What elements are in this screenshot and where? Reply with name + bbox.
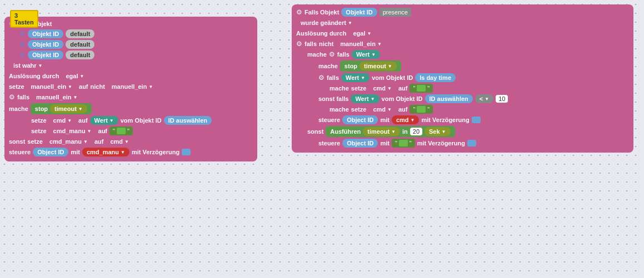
cmd-val[interactable]: cmd: [106, 137, 133, 146]
object-id-left: Object ID: [33, 148, 68, 156]
timeout-label[interactable]: timeout: [50, 104, 87, 113]
falls-label: falls: [17, 94, 29, 100]
sonst-falls-row: sonst falls Wert vom Objekt ID ID auswäh…: [318, 94, 629, 103]
q-open2: ": [413, 85, 415, 92]
id-auswaehlen[interactable]: ID auswählen: [164, 116, 212, 125]
right-objekt-id-label: Objekt ID: [341, 8, 377, 17]
falls-nicht-label: falls: [304, 41, 317, 47]
objekt-id-label-3[interactable]: Objekt ID: [28, 50, 63, 59]
right-timeout-label[interactable]: timeout: [360, 62, 397, 70]
falls-row: ⚙ falls manuell_ein: [9, 93, 253, 102]
right-ausloesung-row: Auslösung durch egal: [296, 29, 629, 38]
right-stop-label: stop: [345, 63, 357, 69]
wurde-geaendert-row: wurde geändert: [296, 18, 629, 27]
sek-label[interactable]: Sek: [425, 127, 451, 136]
nicht-label: nicht: [91, 83, 105, 90]
manuell-ein-val[interactable]: manuell_ein: [336, 39, 386, 48]
vom-objekt-id-label: vom Objekt ID: [121, 117, 162, 124]
right-steuere-label: steuere: [318, 117, 340, 123]
ausloesung-label: Auslösung durch: [9, 73, 59, 79]
setze-val[interactable]: manuell_ein: [107, 82, 158, 91]
quote-close: ": [127, 128, 129, 134]
connector3: [20, 53, 24, 57]
mache3-row: mache setze cmd auf " ": [330, 84, 629, 93]
less-than[interactable]: <: [475, 94, 493, 103]
gear-icon-falls3: ⚙: [329, 50, 335, 58]
gear-icon-falls: ⚙: [9, 93, 15, 101]
right-header-row: ⚙ Falls Objekt Objekt ID presence: [296, 8, 629, 17]
mache3-label: mache: [330, 85, 349, 92]
mache-label: mache: [9, 105, 28, 112]
q-close3: ": [427, 106, 430, 113]
num-20[interactable]: 20: [410, 128, 422, 135]
string-inner4: [399, 140, 408, 146]
cmd-manu-var[interactable]: cmd_manu: [49, 127, 96, 135]
right-sonst-row: sonst Ausführen timeout in 20 Sek: [307, 126, 629, 137]
ausloesung-val[interactable]: egal: [61, 72, 88, 80]
cmd-manu-ctrl[interactable]: cmd_manu: [82, 148, 129, 156]
objekt-id-val-3[interactable]: default: [66, 50, 94, 59]
right-ausloesung-label: Auslösung durch: [296, 30, 346, 37]
falls-var[interactable]: manuell_ein: [32, 93, 82, 102]
setze2-label: setze: [31, 117, 47, 124]
setze-cmd-row: setze cmd auf Wert vom Objekt ID ID ausw…: [31, 116, 253, 125]
auf-label4: auf: [398, 106, 408, 113]
right-mit-label: mit: [380, 117, 390, 123]
num-10[interactable]: 10: [496, 95, 508, 103]
connector1: [20, 32, 24, 36]
setze-cmd-manu-row: setze cmd_manu auf " ": [31, 127, 253, 135]
ausloesung-row: Auslösung durch egal: [9, 72, 253, 80]
mache4-label: mache: [330, 106, 349, 113]
wert3-val[interactable]: Wert: [351, 94, 379, 103]
presence-tag[interactable]: presence: [380, 8, 411, 17]
setze-var[interactable]: manuell_ein: [27, 82, 77, 91]
left-header-row: ⚙ Falls Objekt: [9, 20, 253, 28]
stop-timeout-block[interactable]: stop timeout: [31, 103, 92, 114]
ist-wahr-block[interactable]: ist wahr: [9, 61, 47, 70]
right-object-id: Object ID: [342, 115, 378, 124]
wert-label[interactable]: Wert: [90, 116, 118, 125]
right-panel: ⚙ Falls Objekt Objekt ID presence wurde …: [292, 4, 633, 153]
mache-row: mache stop timeout: [9, 103, 253, 114]
cmd-ctrl[interactable]: cmd: [392, 115, 420, 124]
auf-label: auf: [79, 83, 88, 90]
q-close2: ": [427, 85, 430, 92]
string-inner3: [417, 106, 426, 113]
auf3-label: auf: [98, 128, 108, 134]
objekt-id-label-1[interactable]: Objekt ID: [28, 29, 63, 38]
mit-verzoegerung-label: mit Verzögerung: [132, 149, 179, 155]
cmd-var3[interactable]: cmd: [368, 105, 396, 114]
right-steuere2-row: steuere Object ID mit " " mit Verzögerun…: [318, 139, 629, 148]
in-label: in: [402, 128, 408, 135]
right-ausloesung-val[interactable]: egal: [348, 29, 376, 38]
stop-label: stop: [35, 105, 48, 112]
string-inner: [117, 128, 126, 134]
mit-label: mit: [71, 149, 80, 155]
left-panel: ⚙ Falls Objekt Objekt ID default Objekt …: [4, 17, 257, 161]
yellow-label: 3 Tasten: [10, 10, 38, 28]
falls-nicht-row: ⚙ falls nicht manuell_ein: [296, 39, 629, 48]
ist-wahr-row: ist wahr: [9, 61, 253, 70]
objekt-id-val-1[interactable]: default: [66, 29, 94, 38]
wurde-geaendert[interactable]: wurde geändert: [296, 18, 357, 27]
wert-val[interactable]: Wert: [352, 50, 380, 59]
ausfuehren-block[interactable]: Ausführen timeout in 20 Sek: [326, 126, 455, 137]
setze-cmd-label: setze: [351, 85, 367, 92]
id-auswaehlen2[interactable]: ID auswählen: [425, 94, 473, 103]
sonst-row: sonst setze cmd_manu auf cmd: [9, 137, 253, 146]
right-stop-timeout-block[interactable]: stop timeout: [340, 60, 401, 72]
objekt-id-label-2[interactable]: Objekt ID: [28, 40, 63, 49]
q-open3: ": [413, 106, 415, 113]
setze4-label: setze: [27, 138, 43, 145]
sonst-falls-label: sonst falls: [318, 95, 348, 102]
cmd-var2[interactable]: cmd: [368, 84, 396, 93]
wert2-val[interactable]: Wert: [341, 73, 370, 82]
right-title: Falls Objekt: [304, 9, 339, 16]
right-mit-verz: mit Verzögerung: [421, 117, 469, 123]
timeout2-label[interactable]: timeout: [363, 127, 400, 136]
is-day-time[interactable]: Is day time: [415, 73, 456, 82]
cmd-var[interactable]: cmd: [49, 116, 77, 125]
objekt-id-val-2[interactable]: default: [66, 40, 94, 49]
cmd-manu-var2[interactable]: cmd_manu: [45, 137, 92, 146]
right-object-id2: Object ID: [342, 139, 378, 148]
